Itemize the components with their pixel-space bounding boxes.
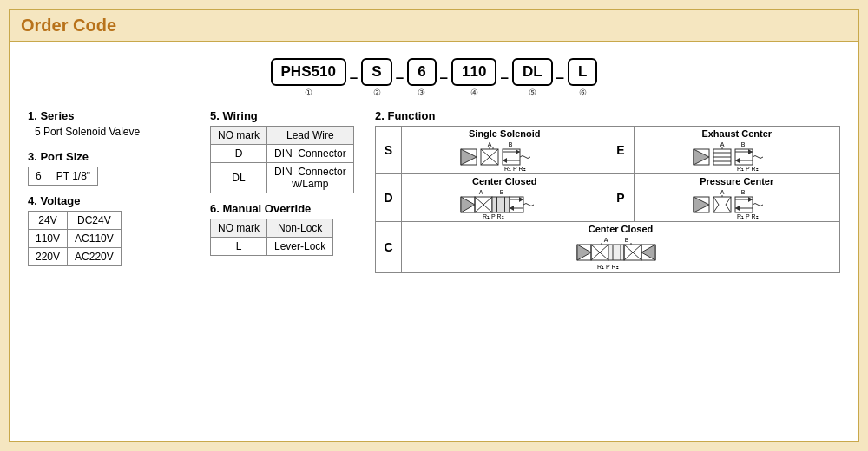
dash-1: –	[350, 69, 358, 87]
valve-diagram-e: A B	[638, 139, 837, 172]
code-part-4: 110 ④	[451, 58, 496, 97]
svg-marker-28	[735, 158, 740, 163]
valve-diagram-s: A B	[405, 139, 604, 172]
svg-rect-50	[713, 197, 731, 212]
code-part-6: L ⑥	[568, 58, 597, 97]
func-label-p: P	[608, 174, 634, 222]
code-num-6: ⑥	[579, 88, 587, 97]
valve-diagram-c: A B	[405, 234, 836, 271]
code-box-4: 110	[451, 58, 496, 86]
svg-marker-13	[503, 158, 507, 163]
svg-marker-44	[510, 206, 514, 211]
svg-line-53	[726, 197, 731, 205]
section-port-size: 3. Port Size 6 PT 1/8"	[28, 150, 201, 186]
func-cell-p: Pressure Center A B	[634, 174, 840, 222]
wiring-val-2: DIN Connectorw/Lamp	[267, 163, 354, 193]
wiring-table: NO mark Lead Wire D DIN Connector DL	[210, 126, 354, 193]
svg-marker-65	[577, 245, 591, 260]
func-cell-c: Center Closed A B	[402, 222, 840, 273]
svg-marker-26	[748, 149, 753, 154]
svg-marker-60	[735, 206, 740, 211]
port-size-label: PT 1/8"	[49, 167, 97, 186]
svg-marker-76	[641, 245, 655, 260]
manual-code-1: L	[211, 238, 267, 256]
table-row: DL DIN Connectorw/Lamp	[211, 163, 354, 193]
svg-line-54	[726, 205, 731, 212]
svg-rect-38	[496, 197, 497, 212]
svg-text:R₁ P R₂: R₁ P R₂	[597, 264, 619, 270]
svg-text:A: A	[479, 189, 483, 195]
wiring-val-1: DIN Connector	[267, 145, 354, 163]
wiring-col2-header: Lead Wire	[267, 127, 354, 145]
svg-text:B: B	[740, 189, 745, 195]
section-voltage: 4. Voltage 24V DC24V 110V AC110V	[28, 194, 201, 266]
left-column: 1. Series 5 Port Solenoid Valeve 3. Port…	[28, 109, 201, 273]
header-bar: Order Code	[10, 10, 858, 42]
svg-marker-11	[516, 149, 520, 154]
right-column: 2. Function S Single Solenoid A	[375, 109, 840, 273]
func-name-c: Center Closed	[405, 224, 836, 234]
func-name-p: Pressure Center	[638, 176, 837, 186]
section2-title: 2. Function	[375, 109, 840, 122]
voltage-code-2: 110V	[29, 230, 68, 248]
port-size-val: 6	[29, 167, 49, 186]
dash-3: –	[440, 69, 448, 87]
svg-marker-3	[461, 149, 477, 165]
svg-text:R₁ P R₂: R₁ P R₂	[504, 166, 526, 172]
table-row: D DIN Connector	[211, 145, 354, 163]
manual-col1-header: NO mark	[211, 219, 267, 238]
main-content: PHS510 ① – S ② – 6 ③ – 110 ④ – DL ⑤	[10, 42, 858, 280]
section-wiring: 5. Wiring NO mark Lead Wire D DIN Connec	[210, 109, 366, 193]
table-row: 6 PT 1/8"	[29, 167, 98, 186]
svg-text:B: B	[625, 237, 629, 243]
valve-diagram-d: A B	[405, 186, 604, 219]
func-name-d: Center Closed	[405, 176, 604, 186]
section4-title: 4. Voltage	[28, 194, 201, 207]
svg-marker-49	[694, 197, 709, 212]
func-cell-d: Center Closed A B	[402, 174, 608, 222]
voltage-code-1: 24V	[29, 212, 68, 230]
func-cell-s: Single Solenoid A B	[402, 127, 608, 174]
section3-title: 3. Port Size	[28, 150, 201, 163]
function-table: S Single Solenoid A B	[375, 126, 840, 273]
svg-marker-58	[748, 197, 753, 202]
voltage-val-2: AC110V	[68, 230, 122, 248]
mid-column: 5. Wiring NO mark Lead Wire D DIN Connec	[210, 109, 366, 273]
code-part-1: PHS510 ①	[271, 58, 346, 97]
main-container: Order Code PHS510 ① – S ② – 6 ③ – 110 ④	[9, 9, 859, 442]
section-manual: 6. Manual Override NO mark Non-Lock L Le…	[210, 202, 366, 256]
svg-text:B: B	[740, 141, 745, 147]
section-series: 1. Series 5 Port Solenoid Valeve	[28, 109, 201, 141]
svg-marker-42	[519, 197, 523, 202]
code-box-5: DL	[512, 58, 553, 86]
voltage-code-3: 220V	[29, 248, 68, 266]
func-label-s: S	[376, 127, 402, 174]
svg-rect-69	[608, 245, 624, 260]
svg-text:A: A	[488, 141, 492, 147]
code-part-5: DL ⑤	[512, 58, 553, 97]
code-box-1: PHS510	[271, 58, 346, 86]
svg-text:R₁ P R₂: R₁ P R₂	[737, 166, 759, 172]
svg-text:B: B	[509, 141, 513, 147]
sections-row: 1. Series 5 Port Solenoid Valeve 3. Port…	[28, 109, 840, 273]
svg-text:R₁ P R₂: R₁ P R₂	[737, 213, 759, 219]
svg-marker-18	[694, 149, 709, 165]
wiring-code-2: DL	[211, 163, 267, 193]
section6-title: 6. Manual Override	[210, 202, 366, 215]
code-num-4: ④	[470, 88, 478, 97]
func-label-e: E	[608, 127, 634, 174]
svg-text:R₁ P R₂: R₁ P R₂	[483, 213, 504, 219]
order-code-row: PHS510 ① – S ② – 6 ③ – 110 ④ – DL ⑤	[28, 58, 840, 97]
code-num-3: ③	[418, 88, 425, 97]
func-name-s: Single Solenoid	[405, 128, 604, 139]
svg-rect-39	[504, 197, 505, 212]
table-row: 24V DC24V	[29, 212, 122, 230]
svg-rect-37	[492, 197, 510, 212]
voltage-val-1: DC24V	[68, 212, 122, 230]
section5-title: 5. Wiring	[210, 109, 366, 122]
wiring-col1-header: NO mark	[211, 127, 267, 145]
dash-5: –	[556, 69, 564, 87]
svg-text:A: A	[720, 141, 724, 147]
code-num-2: ②	[373, 88, 381, 97]
svg-line-51	[713, 197, 719, 205]
